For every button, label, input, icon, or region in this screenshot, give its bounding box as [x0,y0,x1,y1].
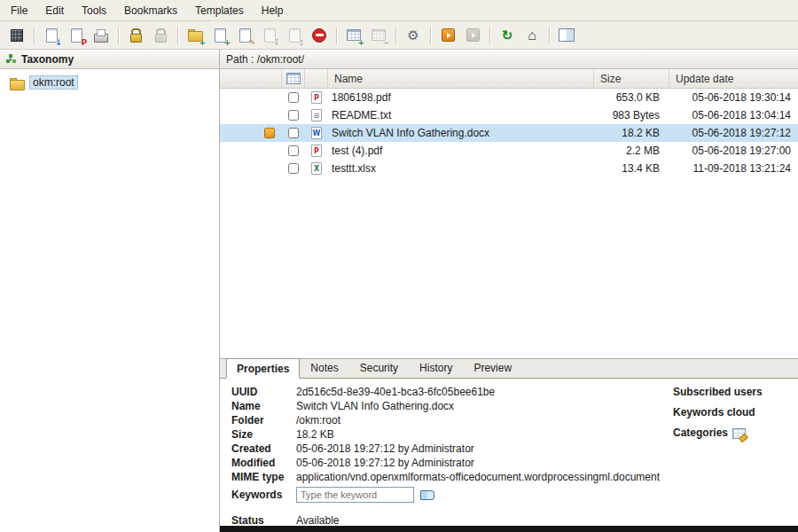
find-document-button[interactable] [5,24,28,47]
print-button[interactable] [90,24,113,47]
remove-subscription-icon [464,27,481,44]
toolbar-separator [34,27,35,44]
tree-item-okm-root[interactable]: okm:root [8,75,219,90]
home-button[interactable]: ⌂ [520,24,544,47]
lock-button[interactable] [124,24,147,47]
file-name: Switch VLAN Info Gathering.docx [328,124,594,142]
tab-notes[interactable]: Notes [300,357,348,378]
remove-subscription-button [461,24,484,47]
row-indicator-cell [220,89,282,106]
keywords-input[interactable] [296,487,414,503]
toggle-panel-icon [558,27,575,44]
home-icon: ⌂ [523,27,541,44]
file-row[interactable]: Ptest (4).pdf2.2 MB05-06-2018 19:27:00 [220,142,798,160]
tab-preview[interactable]: Preview [463,357,522,378]
cancel-checkout-button[interactable] [308,24,331,47]
header-name[interactable]: Name [328,69,594,88]
menu-tools[interactable]: Tools [73,1,115,20]
filetype-txt-icon [311,109,322,121]
taxonomy-header[interactable]: Taxonomy [0,50,219,69]
icon-badge: ↥ [298,39,305,47]
openkm-app: FileEditToolsBookmarksTemplatesHelp ↓P++… [0,0,798,532]
row-checkbox[interactable] [288,163,299,174]
property-value: 18.2 KB [296,427,334,442]
header-indicator-column [220,69,282,88]
file-row[interactable]: Xtesttt.xlsx13.4 KB11-09-2018 13:21:24 [220,160,798,177]
row-checkbox-cell [282,89,305,106]
add-subscription-icon [439,27,457,44]
property-label: Created [231,442,296,456]
add-property-group-icon: + [345,27,363,44]
menu-help[interactable]: Help [253,1,293,20]
file-date: 05-06-2018 13:04:14 [669,106,798,124]
properties-right-column: Subscribed usersKeywords cloudCategories [673,386,763,447]
header-update-date[interactable]: Update date [669,69,798,88]
property-label: Modified [231,456,296,470]
add-document-icon: + [211,27,229,44]
file-row[interactable]: P1806198.pdf653.0 KB05-06-2018 19:30:14 [220,89,798,106]
row-checkbox[interactable] [288,145,299,156]
file-row[interactable]: README.txt983 Bytes05-06-2018 13:04:14 [220,106,798,124]
categories-label: Categories [673,426,763,440]
tab-security[interactable]: Security [349,357,409,378]
filetype-cell: X [305,160,328,177]
row-checkbox[interactable] [288,128,299,138]
icon-badge: + [199,39,206,47]
tab-properties[interactable]: Properties [226,358,300,379]
column-config-icon[interactable] [286,71,301,86]
row-indicator-cell [220,142,282,160]
remove-property-group-icon: − [370,27,387,44]
file-table-body: P1806198.pdf653.0 KB05-06-2018 19:30:14R… [220,89,798,358]
keywords-row: Keywords [231,487,798,503]
file-row[interactable]: WSwitch VLAN Info Gathering.docx18.2 KB0… [220,124,798,142]
thesaurus-book-icon[interactable] [420,490,434,500]
edit-document-button[interactable]: ✎ [233,24,256,47]
tab-history[interactable]: History [409,357,463,378]
unlock-icon [152,27,169,44]
header-size[interactable]: Size [594,69,669,88]
row-checkbox-cell [282,124,305,142]
categories-edit-icon[interactable] [732,428,746,439]
find-document-icon [8,27,26,44]
keywords-label: Keywords [231,488,296,502]
row-checkbox[interactable] [288,92,299,103]
toolbar-separator [336,27,337,44]
checkin-icon: ↥ [286,27,303,44]
toggle-panel-button[interactable] [555,24,578,47]
lock-icon [127,27,145,44]
row-checkbox[interactable] [288,110,299,121]
property-value: 05-06-2018 19:27:12 by Administrator [296,456,474,470]
menu-edit[interactable]: Edit [36,1,73,20]
checkin-button: ↥ [283,24,306,47]
menu-file[interactable]: File [2,1,36,20]
file-size: 13.4 KB [594,160,669,177]
start-workflow-button[interactable]: ⚙ [402,24,425,47]
taxonomy-tree: okm:root [0,69,219,532]
property-value: Switch VLAN Info Gathering.docx [296,399,454,413]
add-property-group-button[interactable]: + [342,24,365,47]
add-subscription-button[interactable] [436,24,459,47]
icon-badge: − [382,39,389,47]
row-indicator-cell [220,124,282,142]
filetype-cell: P [305,89,328,106]
property-label: Name [231,399,296,413]
download-document-icon: ↓ [43,27,60,44]
right-item-text: Categories [673,426,728,440]
file-size: 983 Bytes [594,106,669,124]
create-folder-button[interactable]: + [184,24,207,47]
file-name: test (4).pdf [328,142,594,160]
refresh-icon: ↻ [498,27,516,44]
download-pdf-button[interactable]: P [65,24,88,47]
row-checkbox-cell [282,106,305,124]
property-row: Modified05-06-2018 19:27:12 by Administr… [231,456,798,470]
download-document-button[interactable]: ↓ [40,24,63,47]
menu-templates[interactable]: Templates [186,1,253,20]
property-value: /okm:root [296,413,340,427]
menu-bookmarks[interactable]: Bookmarks [115,1,186,20]
add-document-button[interactable]: + [208,24,231,47]
toolbar-separator [177,27,178,44]
refresh-button[interactable]: ↻ [496,24,519,47]
file-name: README.txt [328,106,594,124]
property-value: 05-06-2018 19:27:12 by Administrator [296,442,474,456]
unlock-button [149,24,172,47]
